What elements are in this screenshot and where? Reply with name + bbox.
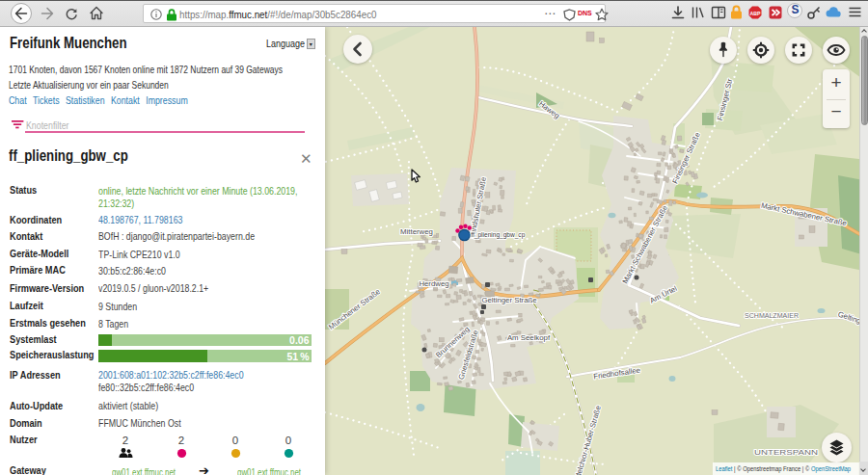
- svg-text:Geltinger Straße: Geltinger Straße: [481, 296, 536, 304]
- svg-text:ff_pliening_gbw_cp: ff_pliening_gbw_cp: [471, 230, 525, 239]
- svg-text:UNTERSPANN: UNTERSPANN: [754, 448, 818, 457]
- svg-text:SCHMALZMAIER: SCHMALZMAIER: [745, 311, 799, 320]
- svg-text:Herdweg: Herdweg: [419, 279, 448, 288]
- svg-text:Am Seelkopf: Am Seelkopf: [507, 333, 551, 342]
- svg-text:ABP: ABP: [750, 11, 761, 16]
- svg-text:Mitterweg: Mitterweg: [400, 227, 433, 236]
